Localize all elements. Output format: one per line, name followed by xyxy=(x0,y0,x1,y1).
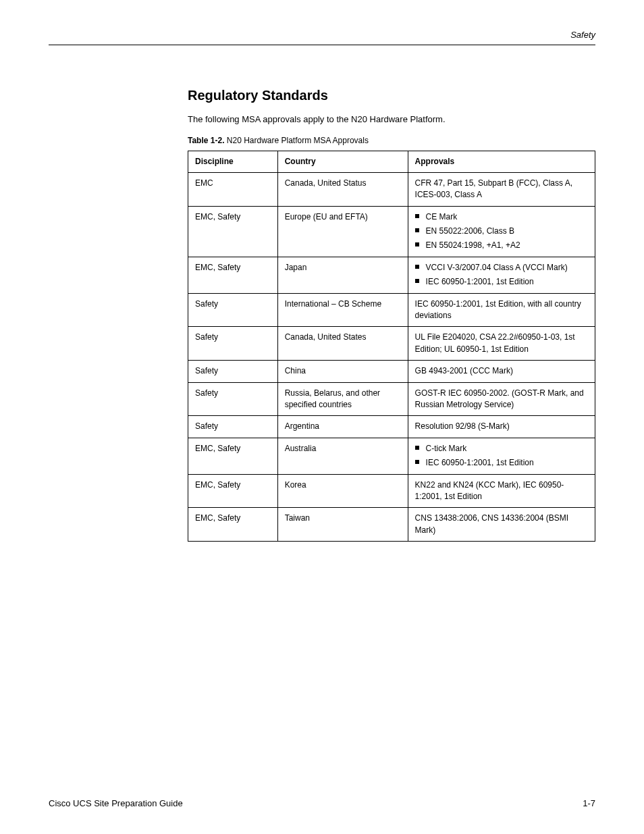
table-row: SafetyChinaGB 4943-2001 (CCC Mark) xyxy=(188,361,595,382)
cell-discipline: Safety xyxy=(188,361,278,382)
cell-approvals: CNS 13438:2006, CNS 14336:2004 (BSMI Mar… xyxy=(408,508,595,542)
cell-country: Canada, United Status xyxy=(277,172,408,206)
section-intro: The following MSA approvals apply to the… xyxy=(188,113,595,126)
cell-approvals: KN22 and KN24 (KCC Mark), IEC 60950-1:20… xyxy=(408,474,595,508)
table-row: EMC, SafetyTaiwanCNS 13438:2006, CNS 143… xyxy=(188,508,595,542)
table-row: SafetyInternational – CB SchemeIEC 60950… xyxy=(188,293,595,327)
page-footer: Cisco UCS Site Preparation Guide 1-7 xyxy=(49,798,595,808)
table-caption-text: N20 Hardware Platform MSA Approvals xyxy=(227,136,369,145)
cell-approvals: GB 4943-2001 (CCC Mark) xyxy=(408,361,595,382)
cell-approvals: UL File E204020, CSA 22.2#60950-1-03, 1s… xyxy=(408,327,595,361)
cell-country: Russia, Belarus, and other specified cou… xyxy=(277,382,408,416)
cell-discipline: Safety xyxy=(188,293,278,327)
cell-approvals: C-tick MarkIEC 60950-1:2001, 1st Edition xyxy=(408,438,595,474)
cell-discipline: EMC, Safety xyxy=(188,257,278,293)
cell-discipline: Safety xyxy=(188,327,278,361)
main-content: Regulatory Standards The following MSA a… xyxy=(188,88,595,542)
cell-country: Korea xyxy=(277,474,408,508)
cell-approvals: VCCI V-3/2007.04 Class A (VCCI Mark)IEC … xyxy=(408,257,595,293)
table-row: EMC, SafetyEurope (EU and EFTA)CE MarkEN… xyxy=(188,206,595,257)
footer-right: 1-7 xyxy=(583,798,595,808)
list-item: CE Mark xyxy=(415,211,588,223)
section-title: Regulatory Standards xyxy=(188,88,595,103)
table-row: SafetyCanada, United StatesUL File E2040… xyxy=(188,327,595,361)
table-caption-label: Table 1-2. xyxy=(188,136,224,145)
cell-discipline: EMC, Safety xyxy=(188,474,278,508)
cell-discipline: EMC, Safety xyxy=(188,508,278,542)
cell-country: Australia xyxy=(277,438,408,474)
cell-country: Japan xyxy=(277,257,408,293)
cell-discipline: EMC, Safety xyxy=(188,438,278,474)
cell-country: Canada, United States xyxy=(277,327,408,361)
cell-approvals: CFR 47, Part 15, Subpart B (FCC), Class … xyxy=(408,172,595,206)
cell-country: China xyxy=(277,361,408,382)
page-header-text: Safety xyxy=(570,30,595,40)
cell-country: Europe (EU and EFTA) xyxy=(277,206,408,257)
cell-discipline: Safety xyxy=(188,416,278,438)
footer-left: Cisco UCS Site Preparation Guide xyxy=(49,798,183,808)
th-approvals: Approvals xyxy=(408,151,595,172)
approvals-list: CE MarkEN 55022:2006, Class BEN 55024:19… xyxy=(415,211,588,252)
table-row: SafetyRussia, Belarus, and other specifi… xyxy=(188,382,595,416)
cell-country: International – CB Scheme xyxy=(277,293,408,327)
list-item: EN 55022:2006, Class B xyxy=(415,226,588,237)
table-row: EMC, SafetyAustraliaC-tick MarkIEC 60950… xyxy=(188,438,595,474)
th-country: Country xyxy=(277,151,408,172)
table-row: EMCCanada, United StatusCFR 47, Part 15,… xyxy=(188,172,595,206)
list-item: IEC 60950-1:2001, 1st Edition xyxy=(415,457,588,469)
cell-approvals: Resolution 92/98 (S-Mark) xyxy=(408,416,595,438)
list-item: EN 55024:1998, +A1, +A2 xyxy=(415,240,588,251)
table-row: EMC, SafetyKoreaKN22 and KN24 (KCC Mark)… xyxy=(188,474,595,508)
approvals-table: Discipline Country Approvals EMCCanada, … xyxy=(188,151,595,542)
cell-discipline: Safety xyxy=(188,382,278,416)
cell-approvals: CE MarkEN 55022:2006, Class BEN 55024:19… xyxy=(408,206,595,257)
list-item: IEC 60950-1:2001, 1st Edition xyxy=(415,276,588,288)
th-discipline: Discipline xyxy=(188,151,278,172)
cell-approvals: GOST-R IEC 60950-2002. (GOST-R Mark, and… xyxy=(408,382,595,416)
cell-discipline: EMC, Safety xyxy=(188,206,278,257)
cell-discipline: EMC xyxy=(188,172,278,206)
table-row: SafetyArgentinaResolution 92/98 (S-Mark) xyxy=(188,416,595,438)
list-item: VCCI V-3/2007.04 Class A (VCCI Mark) xyxy=(415,262,588,273)
header-rule xyxy=(49,45,595,45)
table-caption: Table 1-2. N20 Hardware Platform MSA App… xyxy=(188,136,595,145)
table-row: EMC, SafetyJapanVCCI V-3/2007.04 Class A… xyxy=(188,257,595,293)
approvals-list: VCCI V-3/2007.04 Class A (VCCI Mark)IEC … xyxy=(415,262,588,288)
list-item: C-tick Mark xyxy=(415,443,588,454)
table-header-row: Discipline Country Approvals xyxy=(188,151,595,172)
cell-country: Taiwan xyxy=(277,508,408,542)
approvals-list: C-tick MarkIEC 60950-1:2001, 1st Edition xyxy=(415,443,588,469)
cell-approvals: IEC 60950-1:2001, 1st Edition, with all … xyxy=(408,293,595,327)
cell-country: Argentina xyxy=(277,416,408,438)
